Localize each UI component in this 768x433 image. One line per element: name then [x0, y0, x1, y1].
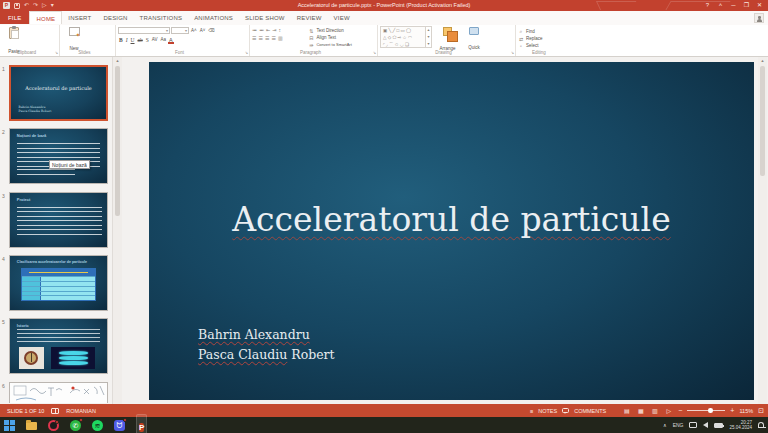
- thumbnail-number: 1: [2, 66, 5, 72]
- font-size-combo[interactable]: ▾: [171, 27, 189, 34]
- font-dialog-launcher[interactable]: ⇘: [245, 50, 248, 55]
- ribbon-display-options-button[interactable]: ˄: [714, 0, 727, 11]
- justify-button[interactable]: ☰: [271, 35, 275, 41]
- spotify-icon[interactable]: [92, 420, 103, 431]
- thumbnail-slide-3[interactable]: Proiect: [9, 192, 108, 248]
- powerpoint-taskbar-active[interactable]: P: [136, 414, 147, 433]
- increase-indent-button[interactable]: ⇥: [272, 27, 276, 33]
- minimize-button[interactable]: ─: [727, 0, 740, 11]
- align-text-button[interactable]: ⊟Align Text: [308, 34, 351, 41]
- tray-chevron-icon[interactable]: ∧: [663, 422, 667, 428]
- slide-sorter-view-button[interactable]: ▦: [636, 407, 645, 414]
- convert-smartart-button[interactable]: ⇛Convert to SmartArt: [308, 41, 351, 48]
- bold-button[interactable]: B: [118, 37, 124, 43]
- browser-icon[interactable]: [48, 420, 59, 431]
- normal-view-button[interactable]: ▤: [622, 407, 631, 414]
- tab-design[interactable]: DESIGN: [97, 11, 133, 24]
- thumbnail-slide-6[interactable]: [9, 382, 108, 403]
- file-explorer-icon[interactable]: [26, 420, 37, 431]
- sign-in-button[interactable]: [754, 13, 764, 23]
- slide-authors[interactable]: Bahrin Alexandru Pasca Claudiu Robert: [198, 325, 335, 365]
- battery-icon[interactable]: [714, 423, 723, 428]
- align-right-button[interactable]: ☰: [265, 35, 269, 41]
- shrink-font-button[interactable]: A˅: [199, 28, 207, 33]
- tab-transitions[interactable]: TRANSITIONS: [134, 11, 189, 24]
- font-color-button[interactable]: A: [168, 37, 174, 43]
- reading-view-button[interactable]: ▥: [650, 407, 659, 414]
- language-indicator[interactable]: ROMANIAN: [66, 408, 96, 414]
- bullets-button[interactable]: ≔: [252, 27, 257, 33]
- help-button[interactable]: ?: [701, 0, 714, 11]
- scrollbar-thumb[interactable]: [115, 66, 120, 216]
- numbering-button[interactable]: ≕: [259, 27, 264, 33]
- shapes-gallery[interactable]: ▣ ╲ ╱ □ ▭ ◯ △ ◇ ⬠ ⇨ ☆ ◠ ◜ ◞ ⌒ ✩ ◡ ❏: [380, 26, 426, 48]
- zoom-level[interactable]: 115%: [739, 408, 753, 414]
- strikethrough-button[interactable]: ab: [137, 37, 144, 43]
- find-button[interactable]: ⌕Find: [518, 28, 543, 35]
- zoom-slider-thumb[interactable]: [708, 408, 713, 413]
- close-button[interactable]: ✕: [753, 0, 766, 11]
- select-label: Select: [526, 43, 539, 48]
- spell-check-icon[interactable]: [51, 408, 59, 414]
- zoom-in-button[interactable]: +: [730, 404, 734, 417]
- slideshow-view-button[interactable]: ▷: [664, 407, 673, 414]
- zoom-slider[interactable]: [687, 410, 725, 411]
- text-shadow-button[interactable]: S: [145, 37, 150, 43]
- align-center-button[interactable]: ☰: [258, 35, 262, 41]
- scrollbar-thumb[interactable]: [760, 66, 765, 176]
- comments-button[interactable]: COMMENTS: [574, 408, 606, 414]
- replace-button[interactable]: ⇄Replace: [518, 35, 543, 42]
- text-direction-button[interactable]: ⇅Text Direction: [308, 27, 351, 34]
- underline-button[interactable]: U: [130, 37, 136, 43]
- font-name-combo[interactable]: ▾: [118, 27, 170, 34]
- italic-button[interactable]: I: [125, 37, 129, 43]
- thumbnail-slide-5[interactable]: Istoric: [9, 318, 108, 374]
- clipboard-dialog-launcher[interactable]: ⇘: [55, 50, 58, 55]
- paragraph-dialog-launcher[interactable]: ⇘: [373, 50, 376, 55]
- clipboard-group-label: Clipboard: [0, 50, 53, 55]
- tab-home[interactable]: HOME: [29, 11, 62, 24]
- change-case-button[interactable]: Aa: [159, 37, 167, 42]
- thumbnail-slide-4[interactable]: Clasificarea acceleratoarelor de particu…: [9, 255, 108, 311]
- clear-formatting-button[interactable]: ⌫: [207, 28, 215, 33]
- align-left-button[interactable]: ☰: [252, 35, 256, 41]
- select-button[interactable]: ▫Select: [518, 42, 543, 49]
- zoom-out-button[interactable]: −: [678, 404, 682, 417]
- notifications-bell-icon[interactable]: [758, 422, 764, 428]
- columns-button[interactable]: ▥: [278, 35, 283, 41]
- display-icon[interactable]: [689, 422, 697, 428]
- tab-animations[interactable]: ANIMATIONS: [188, 11, 239, 24]
- thumbnail-slide-1[interactable]: Acceleratorul de particule Bahrin Alexan…: [9, 65, 108, 121]
- scroll-up-icon[interactable]: ▲: [758, 57, 767, 65]
- line-spacing-button[interactable]: ↕: [278, 27, 281, 33]
- shapes-gallery-scrollbar[interactable]: ▲▼▼: [426, 26, 432, 48]
- clock[interactable]: 20:27 25.04.2024: [729, 420, 752, 430]
- whatsapp-icon[interactable]: ✆: [70, 420, 81, 431]
- slide-scrollbar[interactable]: ▲: [758, 57, 767, 404]
- decrease-indent-button[interactable]: ⇤: [266, 27, 270, 33]
- restore-button[interactable]: ❐: [740, 0, 753, 11]
- start-button[interactable]: [4, 420, 15, 431]
- character-spacing-button[interactable]: AV: [151, 37, 159, 42]
- input-language-indicator[interactable]: ENG: [673, 422, 684, 428]
- drawing-dialog-launcher[interactable]: ⇘: [511, 50, 514, 55]
- grow-font-button[interactable]: A˄: [190, 28, 198, 33]
- scroll-up-icon[interactable]: ▲: [113, 57, 122, 65]
- fit-slide-button[interactable]: ⊡: [758, 407, 764, 415]
- tray-date: 25.04.2024: [729, 425, 752, 430]
- thumbnail-number: 2: [2, 129, 5, 135]
- thumbnail-scrollbar[interactable]: ▲: [113, 57, 122, 404]
- mini-slide-title: Clasificarea acceleratoarelor de particu…: [17, 260, 87, 264]
- tab-view[interactable]: VIEW: [328, 11, 356, 24]
- discord-icon[interactable]: ᗢ: [114, 420, 125, 431]
- notes-button[interactable]: NOTES: [538, 408, 557, 414]
- slide-title[interactable]: Acceleratorul de particule: [149, 200, 754, 239]
- mini-image-cyclotron: [51, 347, 96, 369]
- slide-canvas[interactable]: Acceleratorul de particule Bahrin Alexan…: [149, 62, 754, 400]
- tab-review[interactable]: REVIEW: [291, 11, 328, 24]
- volume-icon[interactable]: [703, 422, 708, 428]
- tab-insert[interactable]: INSERT: [62, 11, 97, 24]
- tab-slideshow[interactable]: SLIDE SHOW: [239, 11, 291, 24]
- thumbnail-slide-2[interactable]: Noțiuni de bază: [9, 128, 108, 184]
- tab-file[interactable]: FILE: [0, 11, 29, 24]
